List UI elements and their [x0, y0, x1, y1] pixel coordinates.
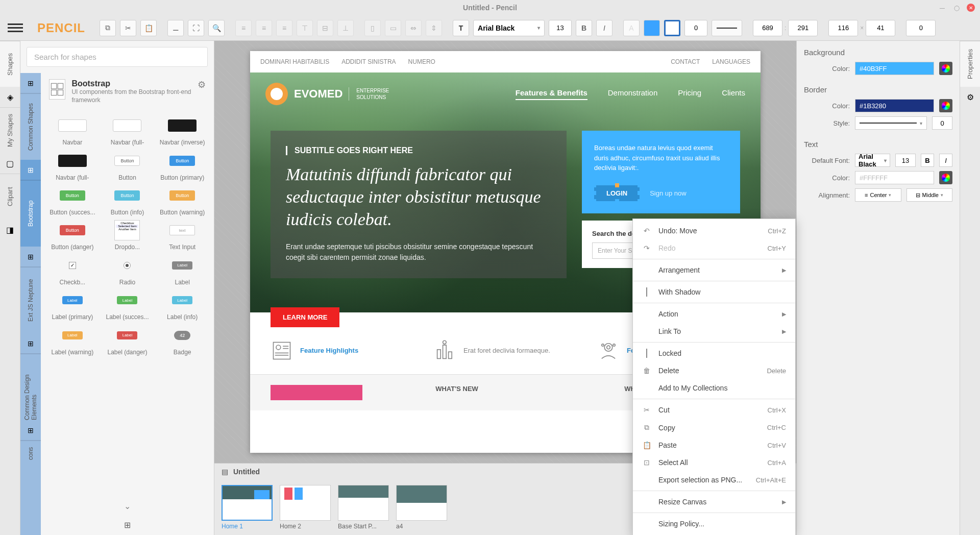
- bold-button[interactable]: B: [576, 20, 592, 36]
- my-shapes-icon[interactable]: ▢: [0, 153, 20, 174]
- font-size-input[interactable]: 13: [549, 20, 572, 36]
- expand-categories[interactable]: ⌄: [41, 497, 214, 515]
- shape-navbar-inverse[interactable]: Navbar (inverse): [159, 114, 205, 146]
- italic-button[interactable]: I: [596, 20, 612, 36]
- close-button[interactable]: ✕: [967, 4, 975, 12]
- y-input[interactable]: 291: [788, 20, 818, 36]
- align-right-button[interactable]: ≡: [276, 20, 292, 36]
- thumb-base[interactable]: Base Start P...: [338, 485, 389, 530]
- shape-label[interactable]: LabelLabel: [159, 254, 205, 286]
- minimize-button[interactable]: —: [938, 4, 946, 12]
- tab-shapes[interactable]: Shapes: [0, 41, 20, 87]
- shape-button-warning[interactable]: ButtonButton (warning): [159, 184, 205, 216]
- thumb-a4[interactable]: a4: [396, 485, 447, 530]
- cut-button[interactable]: ✂: [120, 20, 136, 36]
- stroke-color-button[interactable]: [664, 20, 680, 36]
- same-height-button[interactable]: ⇕: [426, 20, 442, 36]
- text-italic-button[interactable]: I: [939, 154, 952, 167]
- shape-navbar[interactable]: Navbar: [50, 114, 95, 146]
- fill-color-button[interactable]: [644, 20, 660, 36]
- cde-icon[interactable]: ⊞: [20, 333, 41, 354]
- width-input[interactable]: 116: [828, 20, 858, 36]
- tab-my-shapes[interactable]: My Shapes: [0, 107, 20, 153]
- text-color-picker-icon[interactable]: [939, 171, 952, 184]
- ctx-export-png[interactable]: Export selection as PNG...Ctrl+Alt+E: [633, 471, 795, 489]
- zoom-in-button[interactable]: 🔍: [208, 20, 225, 36]
- cat-icons[interactable]: cons: [20, 441, 41, 466]
- ctx-resize-canvas[interactable]: Resize Canvas▶: [633, 493, 795, 510]
- search-input[interactable]: Search for shapes: [27, 47, 208, 67]
- x-input[interactable]: 689: [753, 20, 782, 36]
- page-tab-name[interactable]: Untitled: [233, 468, 260, 476]
- shape-button-success[interactable]: ButtonButton (succes...: [50, 184, 95, 216]
- bootstrap-icon[interactable]: ⊞: [20, 160, 41, 180]
- shape-button-danger[interactable]: ButtonButton (danger): [50, 219, 95, 251]
- copy-button[interactable]: ⧉: [100, 20, 116, 36]
- gear-icon[interactable]: ⚙: [198, 79, 206, 90]
- dist-h-button[interactable]: ▯: [364, 20, 381, 36]
- height-input[interactable]: 41: [866, 20, 895, 36]
- ctx-arrangement[interactable]: Arrangement▶: [633, 261, 795, 279]
- border-style-select[interactable]: ▾: [855, 116, 927, 130]
- align-center-button[interactable]: ≡: [256, 20, 272, 36]
- ctx-sizing-policy[interactable]: Sizing Policy...: [633, 515, 795, 532]
- ctx-copy[interactable]: ⧉CopyCtrl+C: [633, 419, 795, 436]
- paste-button[interactable]: 📋: [140, 20, 157, 36]
- neptune-icon[interactable]: ⊞: [20, 247, 41, 267]
- ctx-shadow[interactable]: With Shadow: [633, 283, 795, 301]
- align-left-button[interactable]: ≡: [235, 20, 252, 36]
- border-width-input[interactable]: 0: [932, 116, 952, 130]
- cat-cde[interactable]: Common Design Elements: [20, 354, 41, 420]
- text-tool-button[interactable]: T: [453, 20, 469, 36]
- shape-label-info[interactable]: LabelLabel (info): [159, 289, 205, 321]
- text-font-size[interactable]: 13: [895, 154, 916, 167]
- text-color-input[interactable]: #FFFFFF: [855, 171, 934, 184]
- shape-dropdown[interactable]: CheckboxSelected ItemAnother ItemDropdo.…: [104, 219, 150, 251]
- shape-badge[interactable]: 42Badge: [159, 324, 205, 356]
- cat-neptune[interactable]: Ext JS Neptune: [20, 267, 41, 333]
- font-select[interactable]: Arial Black▾: [473, 20, 545, 36]
- menu-icon[interactable]: [8, 20, 23, 36]
- ctx-paste[interactable]: 📋PasteCtrl+V: [633, 436, 795, 454]
- stroke-width-input[interactable]: 0: [684, 20, 707, 36]
- clipart-icon[interactable]: ◨: [0, 220, 20, 240]
- shape-navbar-full[interactable]: Navbar (full-: [104, 114, 150, 146]
- common-shapes-icon[interactable]: ⊞: [20, 73, 41, 93]
- text-font-select[interactable]: Arial Black▾: [855, 154, 890, 167]
- dist-v-button[interactable]: ▭: [385, 20, 401, 36]
- shape-label-warning[interactable]: LabelLabel (warning): [50, 324, 95, 356]
- cat-common-shapes[interactable]: Common Shapes: [20, 93, 41, 160]
- tab-clipart[interactable]: Clipart: [0, 174, 20, 220]
- ctx-locked[interactable]: Locked: [633, 345, 795, 362]
- maximize-button[interactable]: ◯: [952, 4, 961, 12]
- zoom-fit-button[interactable]: ⛶: [188, 20, 204, 36]
- tab-properties[interactable]: Properties: [960, 41, 980, 87]
- thumb-home2[interactable]: Home 2: [280, 485, 331, 530]
- shapes-icon[interactable]: ◈: [0, 87, 20, 107]
- shape-label-danger[interactable]: LabelLabel (danger): [104, 324, 150, 356]
- same-width-button[interactable]: ⇔: [405, 20, 422, 36]
- shape-button[interactable]: ButtonButton: [104, 150, 150, 181]
- ctx-cut[interactable]: ✂CutCtrl+X: [633, 401, 795, 419]
- ctx-action[interactable]: Action▶: [633, 305, 795, 323]
- line-style-button[interactable]: [712, 20, 742, 36]
- grid-view-icon[interactable]: ⊞: [41, 515, 214, 535]
- shape-label-primary[interactable]: LabelLabel (primary): [50, 289, 95, 321]
- bg-color-input[interactable]: #40B3FF: [855, 62, 934, 75]
- shape-text-input[interactable]: textText Input: [159, 219, 205, 251]
- thumb-home1[interactable]: Home 1: [222, 485, 273, 530]
- align-h-select[interactable]: ≡Center▾: [855, 188, 901, 202]
- shape-button-info[interactable]: ButtonButton (info): [104, 184, 150, 216]
- align-v-select[interactable]: ⊟Middle▾: [906, 188, 953, 202]
- align-middle-button[interactable]: ⊟: [317, 20, 333, 36]
- rotation-input[interactable]: 0: [906, 20, 936, 36]
- text-bold-button[interactable]: B: [921, 154, 934, 167]
- shape-navbar-full2[interactable]: Navbar (full-: [50, 150, 95, 181]
- ctx-select-all[interactable]: ⊡Select AllCtrl+A: [633, 454, 795, 471]
- bg-color-picker-icon[interactable]: [939, 62, 952, 75]
- ctx-undo[interactable]: ↶Undo: MoveCtrl+Z: [633, 222, 795, 239]
- ctx-delete[interactable]: 🗑DeleteDelete: [633, 362, 795, 379]
- text-color-button[interactable]: A: [623, 20, 640, 36]
- border-color-input[interactable]: #1B3280: [855, 99, 934, 112]
- ctx-add-collections[interactable]: Add to My Collections: [633, 379, 795, 397]
